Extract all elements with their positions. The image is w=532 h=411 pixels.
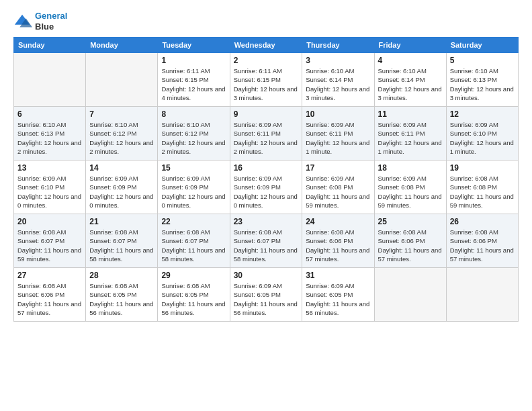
calendar-cell: 17Sunrise: 6:09 AMSunset: 6:08 PMDayligh… bbox=[302, 161, 374, 214]
day-info: Sunrise: 6:09 AMSunset: 6:09 PMDaylight:… bbox=[161, 174, 226, 210]
calendar-cell: 2Sunrise: 6:11 AMSunset: 6:15 PMDaylight… bbox=[230, 53, 302, 107]
logo-text: General Blue bbox=[35, 11, 67, 32]
day-info: Sunrise: 6:10 AMSunset: 6:14 PMDaylight:… bbox=[378, 66, 443, 102]
calendar-cell: 20Sunrise: 6:08 AMSunset: 6:07 PMDayligh… bbox=[14, 214, 86, 268]
calendar-cell: 19Sunrise: 6:08 AMSunset: 6:08 PMDayligh… bbox=[446, 161, 518, 214]
day-number: 10 bbox=[306, 109, 370, 119]
weekday-header: Tuesday bbox=[158, 38, 230, 53]
day-number: 19 bbox=[450, 163, 515, 173]
calendar-cell: 24Sunrise: 6:08 AMSunset: 6:06 PMDayligh… bbox=[302, 214, 374, 268]
calendar-cell: 4Sunrise: 6:10 AMSunset: 6:14 PMDaylight… bbox=[374, 53, 446, 107]
day-number: 8 bbox=[161, 109, 226, 119]
calendar-cell: 10Sunrise: 6:09 AMSunset: 6:11 PMDayligh… bbox=[302, 107, 374, 161]
calendar-cell: 12Sunrise: 6:09 AMSunset: 6:10 PMDayligh… bbox=[446, 107, 518, 161]
day-info: Sunrise: 6:10 AMSunset: 6:14 PMDaylight:… bbox=[306, 66, 370, 102]
calendar-cell: 13Sunrise: 6:09 AMSunset: 6:10 PMDayligh… bbox=[14, 161, 86, 214]
calendar-cell: 16Sunrise: 6:09 AMSunset: 6:09 PMDayligh… bbox=[230, 161, 302, 214]
calendar-cell bbox=[374, 268, 446, 322]
day-number: 5 bbox=[450, 56, 515, 65]
day-number: 21 bbox=[89, 217, 154, 226]
calendar-cell: 26Sunrise: 6:08 AMSunset: 6:06 PMDayligh… bbox=[446, 214, 518, 268]
calendar-cell: 18Sunrise: 6:09 AMSunset: 6:08 PMDayligh… bbox=[374, 161, 446, 214]
day-info: Sunrise: 6:09 AMSunset: 6:05 PMDaylight:… bbox=[306, 281, 370, 317]
day-info: Sunrise: 6:11 AMSunset: 6:15 PMDaylight:… bbox=[234, 66, 299, 102]
day-info: Sunrise: 6:10 AMSunset: 6:13 PMDaylight:… bbox=[450, 66, 515, 102]
day-info: Sunrise: 6:09 AMSunset: 6:11 PMDaylight:… bbox=[234, 120, 299, 156]
day-number: 3 bbox=[306, 56, 370, 65]
day-info: Sunrise: 6:11 AMSunset: 6:15 PMDaylight:… bbox=[161, 66, 226, 102]
day-info: Sunrise: 6:09 AMSunset: 6:08 PMDaylight:… bbox=[306, 174, 370, 210]
day-number: 17 bbox=[306, 163, 370, 173]
day-info: Sunrise: 6:09 AMSunset: 6:11 PMDaylight:… bbox=[306, 120, 370, 156]
calendar-cell: 1Sunrise: 6:11 AMSunset: 6:15 PMDaylight… bbox=[158, 53, 230, 107]
day-info: Sunrise: 6:08 AMSunset: 6:07 PMDaylight:… bbox=[234, 228, 299, 263]
calendar-cell: 7Sunrise: 6:10 AMSunset: 6:12 PMDaylight… bbox=[86, 107, 158, 161]
weekday-header: Sunday bbox=[14, 38, 86, 53]
day-number: 15 bbox=[161, 163, 226, 173]
day-info: Sunrise: 6:10 AMSunset: 6:12 PMDaylight:… bbox=[89, 120, 154, 156]
day-number: 2 bbox=[234, 56, 299, 65]
day-number: 14 bbox=[89, 163, 154, 173]
calendar-cell bbox=[14, 53, 86, 107]
calendar-cell: 22Sunrise: 6:08 AMSunset: 6:07 PMDayligh… bbox=[158, 214, 230, 268]
day-info: Sunrise: 6:08 AMSunset: 6:06 PMDaylight:… bbox=[450, 228, 515, 263]
weekday-header: Wednesday bbox=[230, 38, 302, 53]
day-info: Sunrise: 6:09 AMSunset: 6:09 PMDaylight:… bbox=[89, 174, 154, 210]
calendar-table: SundayMondayTuesdayWednesdayThursdayFrid… bbox=[13, 37, 519, 322]
calendar-cell: 31Sunrise: 6:09 AMSunset: 6:05 PMDayligh… bbox=[302, 268, 374, 322]
day-number: 25 bbox=[378, 217, 443, 226]
day-info: Sunrise: 6:08 AMSunset: 6:07 PMDaylight:… bbox=[161, 228, 226, 263]
calendar-cell: 23Sunrise: 6:08 AMSunset: 6:07 PMDayligh… bbox=[230, 214, 302, 268]
calendar-cell: 30Sunrise: 6:09 AMSunset: 6:05 PMDayligh… bbox=[230, 268, 302, 322]
weekday-header: Monday bbox=[86, 38, 158, 53]
calendar-cell: 27Sunrise: 6:08 AMSunset: 6:06 PMDayligh… bbox=[14, 268, 86, 322]
day-number: 6 bbox=[17, 109, 82, 119]
calendar-cell bbox=[446, 268, 518, 322]
day-number: 13 bbox=[17, 163, 82, 173]
day-number: 20 bbox=[17, 217, 82, 226]
day-number: 31 bbox=[306, 271, 370, 280]
day-info: Sunrise: 6:09 AMSunset: 6:10 PMDaylight:… bbox=[450, 120, 515, 156]
day-info: Sunrise: 6:08 AMSunset: 6:08 PMDaylight:… bbox=[450, 174, 515, 210]
day-info: Sunrise: 6:09 AMSunset: 6:05 PMDaylight:… bbox=[234, 281, 299, 317]
day-number: 11 bbox=[378, 109, 443, 119]
calendar-cell: 5Sunrise: 6:10 AMSunset: 6:13 PMDaylight… bbox=[446, 53, 518, 107]
day-number: 4 bbox=[378, 56, 443, 65]
day-number: 28 bbox=[89, 271, 154, 280]
day-info: Sunrise: 6:09 AMSunset: 6:11 PMDaylight:… bbox=[378, 120, 443, 156]
weekday-header: Friday bbox=[374, 38, 446, 53]
day-number: 12 bbox=[450, 109, 515, 119]
weekday-header: Saturday bbox=[446, 38, 518, 53]
calendar-cell: 21Sunrise: 6:08 AMSunset: 6:07 PMDayligh… bbox=[86, 214, 158, 268]
day-number: 7 bbox=[89, 109, 154, 119]
day-number: 16 bbox=[234, 163, 299, 173]
calendar-cell: 6Sunrise: 6:10 AMSunset: 6:13 PMDaylight… bbox=[14, 107, 86, 161]
calendar-cell: 29Sunrise: 6:08 AMSunset: 6:05 PMDayligh… bbox=[158, 268, 230, 322]
calendar-cell: 11Sunrise: 6:09 AMSunset: 6:11 PMDayligh… bbox=[374, 107, 446, 161]
calendar-cell: 3Sunrise: 6:10 AMSunset: 6:14 PMDaylight… bbox=[302, 53, 374, 107]
day-info: Sunrise: 6:10 AMSunset: 6:13 PMDaylight:… bbox=[17, 120, 82, 156]
day-info: Sunrise: 6:09 AMSunset: 6:09 PMDaylight:… bbox=[234, 174, 299, 210]
day-number: 30 bbox=[234, 271, 299, 280]
logo: General Blue bbox=[13, 11, 67, 32]
calendar-cell: 28Sunrise: 6:08 AMSunset: 6:05 PMDayligh… bbox=[86, 268, 158, 322]
day-info: Sunrise: 6:08 AMSunset: 6:06 PMDaylight:… bbox=[378, 228, 443, 263]
day-info: Sunrise: 6:08 AMSunset: 6:07 PMDaylight:… bbox=[17, 228, 82, 263]
day-info: Sunrise: 6:08 AMSunset: 6:05 PMDaylight:… bbox=[161, 281, 226, 317]
day-number: 24 bbox=[306, 217, 370, 226]
calendar-cell bbox=[86, 53, 158, 107]
day-info: Sunrise: 6:08 AMSunset: 6:06 PMDaylight:… bbox=[17, 281, 82, 317]
day-number: 27 bbox=[17, 271, 82, 280]
logo-icon bbox=[13, 12, 32, 31]
day-number: 22 bbox=[161, 217, 226, 226]
day-number: 9 bbox=[234, 109, 299, 119]
calendar-cell: 8Sunrise: 6:10 AMSunset: 6:12 PMDaylight… bbox=[158, 107, 230, 161]
day-info: Sunrise: 6:10 AMSunset: 6:12 PMDaylight:… bbox=[161, 120, 226, 156]
day-number: 18 bbox=[378, 163, 443, 173]
day-info: Sunrise: 6:08 AMSunset: 6:07 PMDaylight:… bbox=[89, 228, 154, 263]
calendar-cell: 15Sunrise: 6:09 AMSunset: 6:09 PMDayligh… bbox=[158, 161, 230, 214]
day-info: Sunrise: 6:08 AMSunset: 6:05 PMDaylight:… bbox=[89, 281, 154, 317]
day-info: Sunrise: 6:09 AMSunset: 6:10 PMDaylight:… bbox=[17, 174, 82, 210]
day-number: 29 bbox=[161, 271, 226, 280]
weekday-header: Thursday bbox=[302, 38, 374, 53]
